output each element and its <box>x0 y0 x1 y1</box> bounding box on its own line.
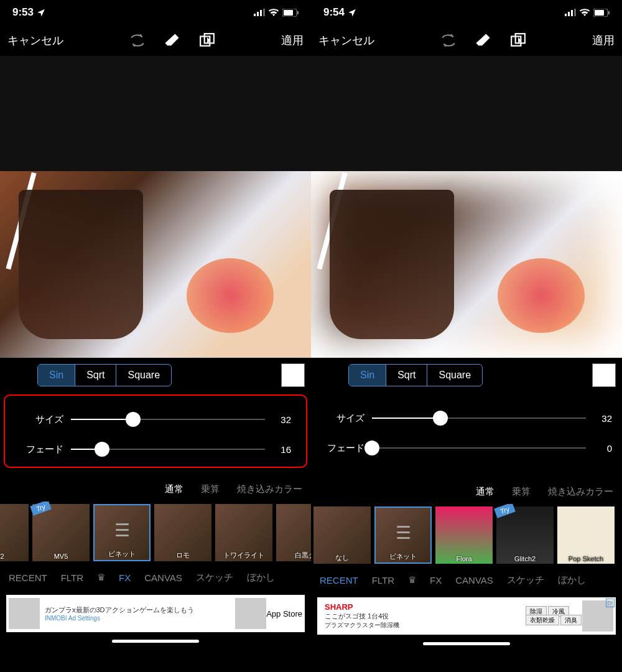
seg-sin[interactable]: Sin <box>349 365 386 386</box>
eraser-icon[interactable] <box>164 32 180 49</box>
svg-rect-5 <box>284 10 293 16</box>
tab-recent[interactable]: RECENT <box>9 572 47 583</box>
tab-sketch[interactable]: スケッチ <box>196 572 233 584</box>
toolbar: キャンセル 適用 <box>0 25 311 56</box>
tab-sketch[interactable]: スケッチ <box>507 574 544 586</box>
apply-button[interactable]: 適用 <box>592 33 615 48</box>
size-slider[interactable] <box>372 418 586 419</box>
canvas-top <box>311 56 622 171</box>
thumb-lomo[interactable]: ロモ <box>154 504 211 561</box>
thumb-vignette[interactable]: ☰ビネット <box>93 504 151 561</box>
thumb-popsketch[interactable]: Pop Sketch <box>557 506 615 564</box>
fade-value: 0 <box>593 443 612 454</box>
crown-icon[interactable]: ♛ <box>408 574 416 586</box>
seg-sqrt[interactable]: Sqrt <box>386 365 427 386</box>
cancel-button[interactable]: キャンセル <box>7 33 63 48</box>
seg-square[interactable]: Square <box>116 365 171 386</box>
tab-fltr[interactable]: FLTR <box>61 572 83 583</box>
svg-rect-12 <box>574 9 576 16</box>
svg-rect-15 <box>608 11 610 14</box>
thumb-twilight[interactable]: トワイライト <box>215 504 272 561</box>
blend-modes: 通常 乗算 焼き込みカラー <box>311 479 622 504</box>
size-slider-row: サイズ 32 <box>321 403 612 433</box>
size-slider[interactable] <box>71 419 265 420</box>
thumb-vignette[interactable]: ☰ビネット <box>374 506 432 564</box>
blend-colorburn[interactable]: 焼き込みカラー <box>548 486 613 498</box>
tab-fltr[interactable]: FLTR <box>372 575 394 586</box>
size-value: 32 <box>593 413 612 424</box>
compare-icon[interactable] <box>199 32 215 49</box>
thumb-glitch2[interactable]: TryGlitch2 <box>496 506 554 564</box>
fade-slider-row: フェード 0 <box>321 433 612 463</box>
category-tabs: RECENT FLTR ♛ FX CANVAS スケッチ ぼかし <box>311 566 622 594</box>
thumb-bw[interactable]: 白黒グ <box>276 504 311 561</box>
filter-thumbnails[interactable]: TryV2 TryMV5 ☰ビネット ロモ トワイライト 白黒グ <box>0 502 311 564</box>
thumb-v2[interactable]: TryV2 <box>0 504 29 561</box>
ad-banner[interactable]: ガンプラx最新の3Dアクションゲームを楽しもうINMOBI Ad Setting… <box>6 595 305 632</box>
curve-segment: Sin Sqrt Square <box>37 364 172 386</box>
seg-sin[interactable]: Sin <box>38 365 75 386</box>
ad-sub: INMOBI Ad Settings <box>45 615 230 622</box>
home-indicator[interactable] <box>112 640 199 643</box>
cancel-button[interactable]: キャンセル <box>318 33 374 48</box>
ad-close-icon[interactable]: ▷ <box>606 599 615 607</box>
seg-square[interactable]: Square <box>427 365 482 386</box>
try-badge: Try <box>494 504 516 518</box>
ad-sub: プラズマクラスター除湿機 <box>325 621 520 630</box>
crown-icon[interactable]: ♛ <box>97 572 105 583</box>
tab-canvas[interactable]: CANVAS <box>144 572 182 583</box>
filter-thumbnails[interactable]: なし ☰ビネット Flora TryGlitch2 Pop Sketch <box>311 504 622 566</box>
eraser-icon[interactable] <box>475 32 491 49</box>
location-icon <box>348 8 356 17</box>
home-indicator[interactable] <box>423 642 510 645</box>
seg-sqrt[interactable]: Sqrt <box>75 365 116 386</box>
blend-colorburn[interactable]: 焼き込みカラー <box>237 483 302 495</box>
battery-icon <box>593 9 610 17</box>
color-swatch[interactable] <box>281 363 305 387</box>
fade-slider[interactable] <box>372 447 586 449</box>
blend-normal[interactable]: 通常 <box>476 486 494 498</box>
blend-normal[interactable]: 通常 <box>165 483 183 495</box>
left-pane: 9:53 キャンセル 適用 Sin Sqrt Square サイズ <box>0 0 311 672</box>
fade-slider[interactable] <box>71 449 265 450</box>
status-bar: 9:53 <box>0 0 311 25</box>
wifi-icon <box>579 8 590 17</box>
preview-image[interactable] <box>311 171 622 358</box>
ad-banner[interactable]: SHARP ここがスゴ技 1台4役 プラズマクラスター除湿機 除湿冷風 衣類乾燥… <box>317 597 616 635</box>
compare-icon[interactable] <box>510 32 526 49</box>
status-time: 9:53 <box>12 6 34 19</box>
ad-text: ここがスゴ技 1台4役 <box>325 612 520 621</box>
swap-icon[interactable] <box>129 32 146 49</box>
thumb-flora[interactable]: Flora <box>435 506 493 564</box>
location-icon <box>37 8 45 17</box>
appstore-button[interactable]: App Store <box>266 609 302 618</box>
tab-recent[interactable]: RECENT <box>320 575 358 586</box>
tab-canvas[interactable]: CANVAS <box>455 575 493 586</box>
swap-icon[interactable] <box>440 32 457 49</box>
ad-text: ガンプラx最新の3Dアクションゲームを楽しもう <box>45 605 230 615</box>
blend-multiply[interactable]: 乗算 <box>512 486 531 498</box>
tab-blur[interactable]: ぼかし <box>558 574 586 586</box>
tab-blur[interactable]: ぼかし <box>247 572 275 584</box>
ad-image-2 <box>235 598 266 629</box>
color-swatch[interactable] <box>592 363 616 387</box>
svg-rect-9 <box>565 14 567 16</box>
thumb-none[interactable]: なし <box>313 506 371 564</box>
blend-multiply[interactable]: 乗算 <box>201 483 220 495</box>
svg-rect-11 <box>571 10 573 16</box>
status-bar: 9:54 <box>311 0 622 25</box>
sliders-icon: ☰ <box>114 520 130 541</box>
size-label: サイズ <box>20 414 63 426</box>
preview-image[interactable] <box>0 171 311 358</box>
svg-rect-3 <box>263 9 265 16</box>
ad-brand: SHARP <box>325 602 520 612</box>
thumb-mv5[interactable]: TryMV5 <box>32 504 90 561</box>
signal-icon <box>565 9 576 16</box>
tab-fx[interactable]: FX <box>119 572 131 583</box>
ad-image <box>9 598 40 629</box>
category-tabs: RECENT FLTR ♛ FX CANVAS スケッチ ぼかし <box>0 564 311 591</box>
fade-label: フェード <box>20 444 63 455</box>
svg-rect-2 <box>260 10 262 16</box>
apply-button[interactable]: 適用 <box>281 33 304 48</box>
tab-fx[interactable]: FX <box>430 575 442 586</box>
